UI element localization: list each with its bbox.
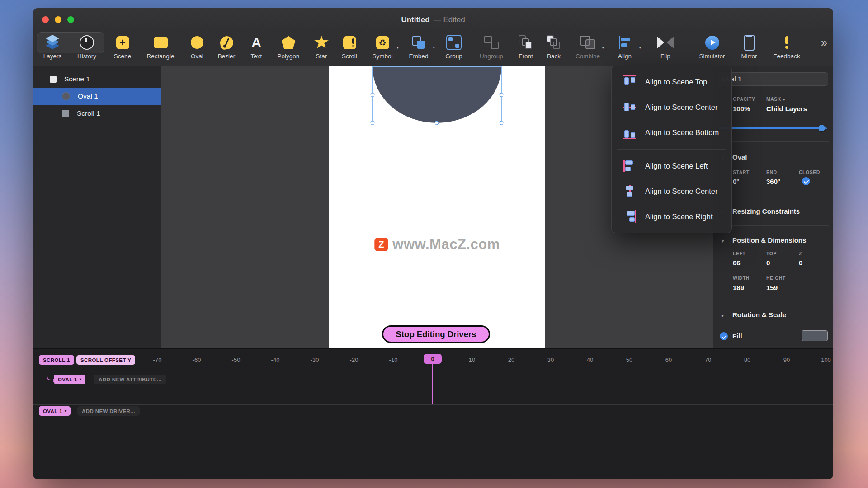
layer-row-scroll-1[interactable]: Scroll 1 [33,105,161,122]
timeline-divider [33,404,833,405]
title-bar: Untitled — Edited [33,8,833,32]
scroll-1-track-badge[interactable]: SCROLL 1 [39,355,74,365]
scene-icon [104,33,142,52]
toolbar-item-simulator[interactable]: Simulator [693,33,731,60]
start-value[interactable]: 0° [733,178,739,185]
toolbar-item-combine: ▾ Combine [569,33,607,60]
menu-item-align-scene-right[interactable]: Align to Scene Right [612,204,731,229]
toolbar-item-group[interactable]: Group [435,33,473,60]
menu-item-align-scene-bottom[interactable]: Align to Scene Bottom [612,120,731,145]
section-rotation-scale[interactable]: Rotation & Scale [732,311,786,319]
toolbar-item-embed[interactable]: ▾ Embed [400,33,438,60]
toolbar-item-align[interactable]: ▾ Align [606,33,644,60]
toolbar-item-back[interactable]: Back [535,33,573,60]
combine-icon [569,33,607,52]
menu-item-align-scene-top[interactable]: Align to Scene Top [612,69,731,94]
left-value[interactable]: 66 [733,259,741,267]
layer-row-oval-1[interactable]: Oval 1 [33,88,161,105]
ruler-tick: 10 [469,355,475,365]
toolbar-item-mirror[interactable]: Mirror [730,33,768,60]
align-vertical-center-icon [621,100,639,114]
chevron-down-icon: ▾ [396,45,399,50]
watermark: Z www.MacZ.com [374,236,500,253]
mask-label: MASK▾ [766,96,785,102]
slider-knob[interactable] [818,125,825,131]
menu-item-align-scene-left[interactable]: Align to Scene Left [612,153,731,178]
selection-handle[interactable] [371,121,375,125]
ruler-tick: 30 [547,355,554,365]
section-oval[interactable]: Oval [732,153,747,161]
selection-handle[interactable] [500,121,504,125]
disclosure-icon[interactable]: ▾ [722,238,724,244]
layer-label: Scroll 1 [77,109,100,117]
ruler-tick: -70 [153,355,162,365]
align-dropdown-menu: Align to Scene Top Align to Scene Center… [611,66,732,233]
history-icon [68,33,106,52]
menu-item-align-scene-center-horizontal[interactable]: Align to Scene Center [612,178,731,204]
fill-checkbox[interactable] [720,332,728,340]
toolbar-overflow-button[interactable]: » [805,33,833,52]
toolbar-item-history[interactable]: History [68,33,106,60]
toolbar-item-scroll[interactable]: Scroll [330,33,368,60]
toolbar-item-symbol[interactable]: ▾ Symbol [363,33,401,60]
align-bottom-icon [621,125,639,140]
playhead-line[interactable] [432,364,433,404]
ruler-tick: 70 [705,355,711,365]
ruler-tick: -60 [193,355,201,365]
opacity-slider[interactable] [718,127,827,129]
top-value[interactable]: 0 [766,259,770,267]
selection-box [373,67,501,123]
rectangle-icon [142,33,179,52]
layer-name-field[interactable]: Oval 1 [718,72,828,86]
z-value[interactable]: 0 [799,259,802,267]
scroll-icon [330,33,368,52]
app-window: Untitled — Edited Layers History Scene R… [33,8,833,479]
toolbar-item-polygon[interactable]: Polygon [269,33,307,60]
toolbar-item-scene[interactable]: Scene [104,33,142,60]
disclosure-icon[interactable]: ▸ [722,313,724,319]
z-label: Z [799,251,802,256]
add-new-driver-button[interactable]: ADD NEW DRIVER... [77,406,140,416]
document-title: Untitled [401,15,429,24]
scroll-offset-y-badge[interactable]: SCROLL OFFSET Y [76,355,135,365]
end-value[interactable]: 360° [766,178,780,185]
ruler-tick: -40 [271,355,280,365]
mask-value[interactable]: Child Layers [766,105,807,113]
toolbar-item-layers[interactable]: Layers [33,33,71,60]
menu-item-align-scene-center-vertical[interactable]: Align to Scene Center [612,94,731,120]
polygon-icon [269,33,307,52]
fill-swatch[interactable] [802,330,828,341]
layer-row-scene-1[interactable]: Scene 1 [33,70,161,88]
section-resizing-constraints[interactable]: Resizing Constraints [732,207,800,215]
layers-icon [33,33,71,52]
driver-connector-line [47,366,53,380]
ruler-tick: 100 [821,355,831,365]
align-horizontal-center-icon [621,184,639,198]
toolbar-item-flip[interactable]: Flip [646,33,684,60]
watermark-text: www.MacZ.com [392,236,500,253]
embed-icon [400,33,438,52]
opacity-value[interactable]: 100% [733,105,750,113]
flip-icon [646,33,684,52]
stop-editing-drivers-button[interactable]: Stop Editing Drivers [382,325,490,343]
height-label: HEIGHT [766,275,786,281]
closed-checkbox[interactable] [802,177,810,185]
selection-handle[interactable] [371,93,375,97]
chevron-down-icon: ▾ [602,45,604,50]
overflow-chevrons-icon: » [805,33,833,52]
selection-handle[interactable] [435,121,439,125]
window-title: Untitled — Edited [33,8,833,32]
timeline: -70-60-50-40-30-20-100102030405060708090… [33,348,833,479]
oval-1-driver-badge[interactable]: OVAL 1▾ [39,406,71,416]
section-position-dimensions[interactable]: Position & Dimensions [732,236,806,244]
oval-1-attribute-badge[interactable]: OVAL 1▾ [54,375,85,384]
toolbar-item-rectangle[interactable]: Rectangle [142,33,179,60]
toolbar-item-feedback[interactable]: Feedback [768,33,806,60]
height-value[interactable]: 159 [766,284,778,291]
add-new-attribute-button[interactable]: ADD NEW ATTRIBUTE... [94,375,166,384]
selection-handle[interactable] [500,93,504,97]
layer-label: Scene 1 [64,75,90,83]
top-label: TOP [766,251,777,256]
width-value[interactable]: 189 [733,284,744,291]
playhead-badge[interactable]: 0 [424,354,442,364]
